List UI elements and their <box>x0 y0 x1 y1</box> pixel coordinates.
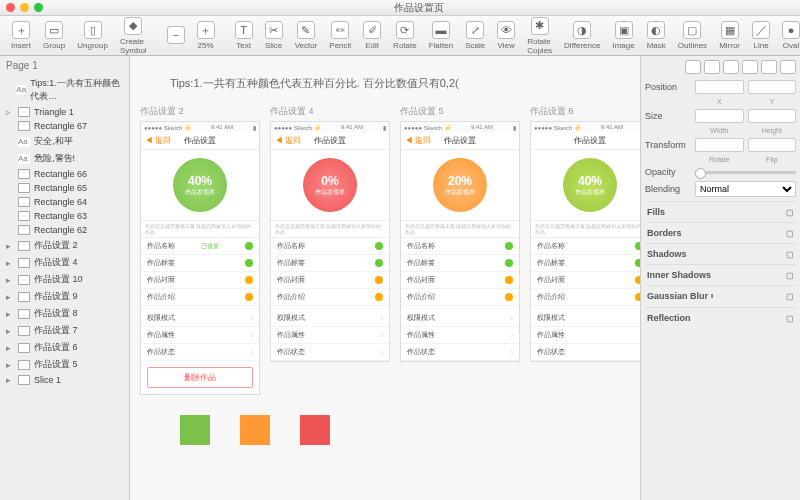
y-input[interactable] <box>748 80 797 94</box>
artboard[interactable]: 作品设置 6●●●●● Sketch ⚡9:41 AM▮作品设置40%作品发现率… <box>530 105 640 395</box>
page-selector[interactable]: Page 1 <box>0 56 129 75</box>
tool-difference[interactable]: ◑Difference <box>559 21 605 50</box>
list-item[interactable]: 作品封面 <box>531 272 640 289</box>
twisty-icon[interactable]: ▸ <box>6 292 14 302</box>
list-item[interactable]: 作品介绍 <box>271 289 389 306</box>
align-middle-icon[interactable] <box>761 60 777 74</box>
layer-item[interactable]: Aa危险,警告! <box>0 150 129 167</box>
list-item[interactable]: 作品介绍 <box>141 289 259 306</box>
tool-scale[interactable]: ⤢Scale <box>460 21 490 50</box>
layer-item[interactable]: ▸作品设置 5 <box>0 356 129 373</box>
minimize-icon[interactable] <box>20 3 29 12</box>
tool-insert[interactable]: ＋Insert <box>6 21 36 50</box>
list-item[interactable]: 作品介绍 <box>401 289 519 306</box>
list-item[interactable]: 作品介绍 <box>531 289 640 306</box>
tool-outlines[interactable]: ▢Outlines <box>673 21 712 50</box>
layer-item[interactable]: Rectangle 65 <box>0 181 129 195</box>
list-item[interactable]: 权限模式› <box>401 310 519 327</box>
twisty-icon[interactable]: ▸ <box>6 241 14 251</box>
close-icon[interactable] <box>6 3 15 12</box>
opacity-slider[interactable] <box>695 171 796 174</box>
list-item[interactable]: 作品名称 <box>271 238 389 255</box>
layer-item[interactable]: ▸作品设置 7 <box>0 322 129 339</box>
layer-item[interactable]: ▸Slice 1 <box>0 373 129 387</box>
list-item[interactable]: 作品封面 <box>141 272 259 289</box>
layer-item[interactable]: ▸作品设置 4 <box>0 254 129 271</box>
layer-item[interactable]: ▸作品设置 9 <box>0 288 129 305</box>
list-item[interactable]: 作品名称 <box>401 238 519 255</box>
list-item[interactable]: 作品状态› <box>531 344 640 361</box>
inspector-section[interactable]: Borders▢ <box>645 222 796 243</box>
align-top-icon[interactable] <box>742 60 758 74</box>
canvas[interactable]: Tips:1.一共有五种颜色代表五种百分比. 百分比数值只有0,2( 作品设置 … <box>130 56 640 500</box>
layer-item[interactable]: Rectangle 67 <box>0 119 129 133</box>
list-item[interactable]: 权限模式› <box>271 310 389 327</box>
inspector-section[interactable]: Fills▢ <box>645 201 796 222</box>
tool-image[interactable]: ▣Image <box>607 21 639 50</box>
list-item[interactable]: 权限模式› <box>531 310 640 327</box>
list-item[interactable]: 作品属性› <box>141 327 259 344</box>
list-item[interactable]: 作品标签 <box>271 255 389 272</box>
section-toggle-icon[interactable]: ▢ <box>786 208 794 217</box>
twisty-icon[interactable]: ▸ <box>6 326 14 336</box>
inspector-section[interactable]: Gaussian Blur ⦂▢ <box>645 285 796 307</box>
tool-line[interactable]: ／Line <box>747 21 775 50</box>
list-item[interactable]: 作品状态› <box>401 344 519 361</box>
tool-slice[interactable]: ✂Slice <box>260 21 288 50</box>
flip-buttons[interactable] <box>748 138 797 152</box>
layer-item[interactable]: Rectangle 62 <box>0 223 129 237</box>
layer-item[interactable]: Rectangle 64 <box>0 195 129 209</box>
twisty-icon[interactable]: ▹ <box>6 107 14 117</box>
tool-create-symbol[interactable]: ◆Create Symbol <box>115 17 152 55</box>
back-button[interactable]: ◀ 返回 <box>275 135 301 146</box>
x-input[interactable] <box>695 80 744 94</box>
section-toggle-icon[interactable]: ▢ <box>786 271 794 280</box>
section-toggle-icon[interactable]: ▢ <box>786 229 794 238</box>
delete-button[interactable]: 删除作品 <box>147 367 253 388</box>
tool-pencil[interactable]: ✏Pencil <box>324 21 356 50</box>
artboard[interactable]: 作品设置 5●●●●● Sketch ⚡9:41 AM▮◀ 返回作品设置20%作… <box>400 105 520 395</box>
zoom-icon[interactable] <box>34 3 43 12</box>
tool-vector[interactable]: ✎Vector <box>290 21 323 50</box>
twisty-icon[interactable]: ▸ <box>6 275 14 285</box>
list-item[interactable]: 作品名称 <box>531 238 640 255</box>
twisty-icon[interactable]: ▸ <box>6 360 14 370</box>
layer-item[interactable]: ▸作品设置 8 <box>0 305 129 322</box>
tool-25%[interactable]: ＋25% <box>192 21 220 50</box>
layer-item[interactable]: ▸作品设置 6 <box>0 339 129 356</box>
layer-item[interactable]: Rectangle 63 <box>0 209 129 223</box>
tool-mask[interactable]: ◐Mask <box>642 21 671 50</box>
list-item[interactable]: 作品状态› <box>271 344 389 361</box>
width-input[interactable] <box>695 109 744 123</box>
list-item[interactable]: 作品标签 <box>401 255 519 272</box>
list-item[interactable]: 作品封面 <box>271 272 389 289</box>
list-item[interactable]: 作品属性› <box>531 327 640 344</box>
tool-flatten[interactable]: ▬Flatten <box>424 21 458 50</box>
layer-item[interactable]: ▸作品设置 10 <box>0 271 129 288</box>
blending-select[interactable]: Normal <box>695 181 796 197</box>
tool-ungroup[interactable]: ▯Ungroup <box>72 21 113 50</box>
tool-rotate[interactable]: ⟳Rotate <box>388 21 422 50</box>
layer-item[interactable]: ▸作品设置 2 <box>0 237 129 254</box>
tool-view[interactable]: 👁View <box>492 21 520 50</box>
tool-group[interactable]: ▭Group <box>38 21 70 50</box>
tool-edit[interactable]: ✐Edit <box>358 21 386 50</box>
list-item[interactable]: 作品属性› <box>271 327 389 344</box>
artboard[interactable]: 作品设置 4●●●●● Sketch ⚡9:41 AM▮◀ 返回作品设置0%作品… <box>270 105 390 395</box>
twisty-icon[interactable]: ▸ <box>6 309 14 319</box>
height-input[interactable] <box>748 109 797 123</box>
tool-text[interactable]: TText <box>230 21 258 50</box>
layer-item[interactable]: Rectangle 66 <box>0 167 129 181</box>
inspector-section[interactable]: Inner Shadows▢ <box>645 264 796 285</box>
align-right-icon[interactable] <box>723 60 739 74</box>
tool-rotate-copies[interactable]: ✱Rotate Copies <box>522 17 557 55</box>
align-bottom-icon[interactable] <box>780 60 796 74</box>
section-toggle-icon[interactable]: ▢ <box>786 250 794 259</box>
twisty-icon[interactable]: ▸ <box>6 258 14 268</box>
list-item[interactable]: 作品标签 <box>531 255 640 272</box>
twisty-icon[interactable]: ▸ <box>6 343 14 353</box>
list-item[interactable]: 作品状态› <box>141 344 259 361</box>
list-item[interactable]: 作品名称已设置 <box>141 238 259 255</box>
rotate-input[interactable] <box>695 138 744 152</box>
tool-zoom[interactable]: − <box>162 26 190 46</box>
